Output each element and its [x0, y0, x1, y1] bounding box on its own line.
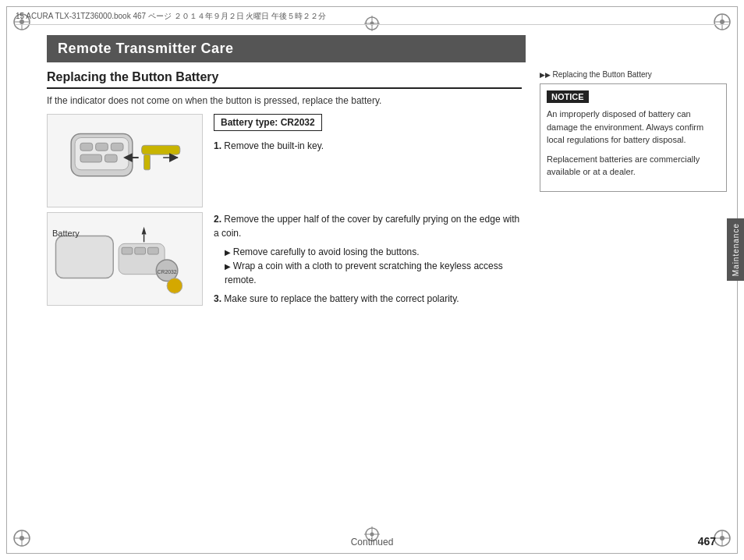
svg-rect-44	[135, 247, 146, 254]
file-header: 15 ACURA TLX-31TZ36000.book 467 ページ ２０１４…	[16, 11, 728, 25]
svg-rect-29	[80, 154, 102, 162]
svg-rect-28	[111, 143, 123, 151]
illustration-top	[47, 114, 203, 207]
step-3: 3. Make sure to replace the battery with…	[214, 292, 522, 306]
battery-label: Battery	[52, 229, 80, 238]
bottom-image-row: Battery CR2032 2. Rem	[47, 212, 522, 310]
maintenance-tab: Maintenance	[727, 218, 744, 281]
svg-rect-25	[75, 138, 129, 170]
section-title: Replacing the Button Battery	[47, 70, 522, 89]
intro-text: If the indicator does not come on when t…	[47, 95, 522, 106]
battery-type-box: Battery type: CR2032	[214, 114, 322, 131]
footer-continued: Continued	[351, 537, 394, 548]
notice-box: NOTICE An improperly disposed of battery…	[540, 83, 727, 192]
top-image-row: Battery type: CR2032 1. Remove the built…	[47, 114, 522, 207]
right-sidebar: Replacing the Button Battery NOTICE An i…	[540, 70, 727, 529]
step-2-sub2: Wrap a coin with a cloth to prevent scra…	[214, 259, 522, 287]
notice-text-1: An improperly disposed of battery can da…	[547, 108, 720, 147]
step-1: 1. Remove the built-in key.	[214, 139, 522, 153]
svg-rect-30	[105, 154, 117, 162]
sidebar-link: Replacing the Button Battery	[540, 70, 727, 79]
maintenance-tab-label: Maintenance	[732, 223, 740, 276]
instructions-col-2: 2. Remove the upper half of the cover by…	[214, 212, 522, 310]
svg-rect-32	[144, 154, 151, 170]
notice-header: NOTICE	[547, 90, 589, 103]
svg-point-40	[167, 278, 182, 294]
svg-rect-31	[142, 145, 180, 154]
title-text: Remote Transmitter Care	[58, 41, 234, 56]
svg-rect-43	[122, 247, 133, 254]
instructions-col: Battery type: CR2032 1. Remove the built…	[214, 114, 522, 207]
svg-text:CR2032: CR2032	[157, 269, 176, 275]
notice-text-2: Replacement batteries are commercially a…	[547, 153, 720, 179]
main-content: Replacing the Button Battery If the indi…	[47, 70, 522, 529]
svg-marker-41	[142, 227, 147, 235]
svg-rect-27	[96, 143, 108, 151]
step-2-sub1: Remove carefully to avoid losing the but…	[214, 245, 522, 259]
svg-rect-36	[56, 236, 114, 278]
footer: Continued	[0, 537, 744, 548]
svg-rect-45	[148, 247, 159, 254]
illustration-bottom: Battery CR2032	[47, 212, 203, 306]
svg-point-23	[370, 533, 374, 537]
title-bar: Remote Transmitter Care	[47, 35, 526, 62]
svg-rect-26	[80, 143, 93, 151]
page-number: 467	[698, 535, 716, 548]
step-2: 2. Remove the upper half of the cover by…	[214, 212, 522, 240]
